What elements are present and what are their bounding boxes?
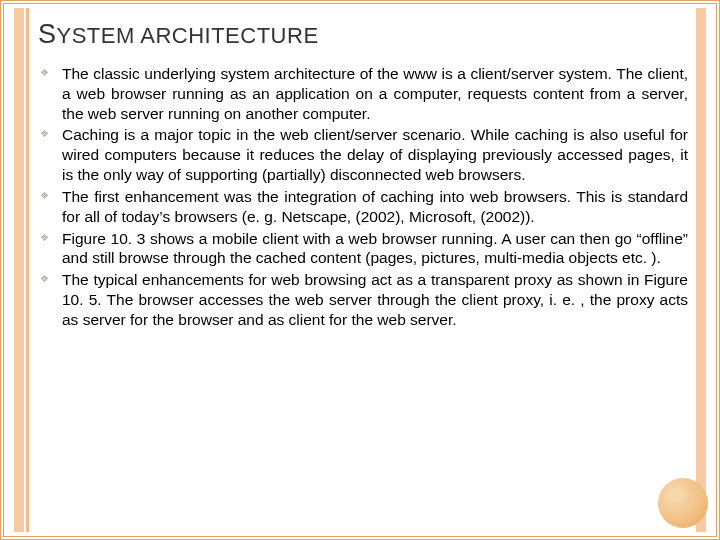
decor-bar-left (14, 8, 24, 532)
bullet-text: Figure 10. 3 shows a mobile client with … (62, 230, 688, 267)
title-word2: ARCHITECTURE (140, 23, 318, 48)
bullet-text: Caching is a major topic in the web clie… (62, 126, 688, 183)
list-item: ❖ Caching is a major topic in the web cl… (40, 125, 688, 184)
list-item: ❖ The classic underlying system architec… (40, 64, 688, 123)
list-item: ❖ Figure 10. 3 shows a mobile client wit… (40, 229, 688, 269)
slide-frame: SYSTEM ARCHITECTURE ❖ The classic underl… (0, 0, 720, 540)
decor-corner-circle (658, 478, 708, 528)
diamond-bullet-icon: ❖ (40, 68, 50, 78)
diamond-bullet-icon: ❖ (40, 274, 50, 284)
title-container: SYSTEM ARCHITECTURE (32, 14, 676, 54)
diamond-bullet-icon: ❖ (40, 129, 50, 139)
list-item: ❖ The first enhancement was the integrat… (40, 187, 688, 227)
bullet-text: The classic underlying system architectu… (62, 65, 688, 122)
list-item: ❖ The typical enhancements for web brows… (40, 270, 688, 329)
bullet-text: The typical enhancements for web browsin… (62, 271, 688, 328)
content-area: ❖ The classic underlying system architec… (40, 64, 688, 526)
diamond-bullet-icon: ❖ (40, 191, 50, 201)
title-word1-rest: YSTEM (57, 23, 135, 48)
decor-bar-right (696, 8, 706, 532)
decor-bar-left-inner (26, 8, 29, 532)
diamond-bullet-icon: ❖ (40, 233, 50, 243)
bullet-list: ❖ The classic underlying system architec… (40, 64, 688, 330)
slide-title: SYSTEM ARCHITECTURE (38, 19, 319, 50)
bullet-text: The first enhancement was the integratio… (62, 188, 688, 225)
title-word1-first: S (38, 19, 57, 49)
